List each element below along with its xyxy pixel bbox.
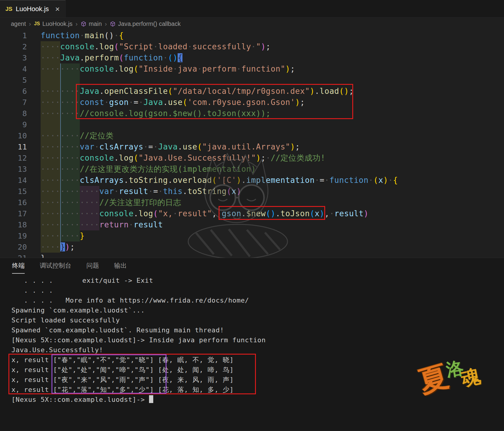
line-number[interactable]: 3 <box>0 52 27 63</box>
breadcrumb-label: main <box>89 20 102 27</box>
panel-tab-debug-console[interactable]: 调试控制台 <box>40 258 71 274</box>
breadcrumb-separator: › <box>105 20 107 27</box>
panel-tab-problems[interactable]: 问题 <box>86 258 99 274</box>
code-line[interactable]: 2····console.log("Script·loaded·successf… <box>0 41 504 52</box>
indent-tint <box>60 75 80 86</box>
line-number[interactable]: 20 <box>0 242 27 253</box>
bottom-panel: 终端调试控制台问题输出 . . . . exit/quit -> Exit . … <box>0 258 504 430</box>
line-number[interactable]: 7 <box>0 97 27 108</box>
code-line[interactable]: 9 <box>0 119 504 130</box>
code-line-text: } <box>41 253 504 258</box>
line-number[interactable]: 4 <box>0 63 27 75</box>
tab-luohook[interactable]: JS LuoHook.js × <box>0 0 66 17</box>
code-line-text: ········console.log("Java.Use.Successful… <box>41 152 504 164</box>
breadcrumb-label: Java.perform() callback <box>118 20 181 27</box>
code-line-text: ········const·gson·=·Java.use('com.r0ysu… <box>41 97 504 108</box>
code-line-text: ········clsArrays.toString.overload('[C'… <box>41 175 504 186</box>
code-editor[interactable]: 1function·main()·{2····console.log("Scri… <box>0 30 504 258</box>
panel-tabs: 终端调试控制台问题输出 <box>0 258 504 274</box>
line-number[interactable]: 19 <box>0 230 27 242</box>
code-line-text: ············var·result·=·this.toString(x… <box>41 186 504 197</box>
terminal-output[interactable]: . . . . exit/quit -> Exit . . . . . . . … <box>0 274 504 405</box>
code-line[interactable]: 7········const·gson·=·Java.use('com.r0ys… <box>0 97 504 108</box>
code-lines: 1function·main()·{2····console.log("Scri… <box>0 30 504 258</box>
code-line-text: ········var·clsArrays·=·Java.use("java.u… <box>41 141 504 152</box>
js-file-icon: JS <box>34 21 40 26</box>
line-number[interactable]: 15 <box>0 186 27 197</box>
terminal-line: . . . . <box>11 285 504 295</box>
terminal-line: . . . . exit/quit -> Exit <box>11 276 504 285</box>
terminal-line: [Nexus 5X::com.example.luodst]-> Inside … <box>11 335 504 345</box>
code-line-text: ········//在这里更改类方法的实现(implementation) <box>41 164 504 175</box>
code-line[interactable]: 14········clsArrays.toString.overload('[… <box>0 175 504 186</box>
code-line[interactable]: 5 <box>0 75 504 86</box>
line-number[interactable]: 2 <box>0 41 27 52</box>
terminal-line: Java.Use.Successfully! <box>11 345 504 355</box>
code-line[interactable]: 18············return·result <box>0 219 504 230</box>
code-line[interactable]: 17············console.log("x,·result",·g… <box>0 208 504 219</box>
code-line[interactable]: 10········//定位类 <box>0 130 504 141</box>
indent-tint <box>60 119 80 130</box>
line-number[interactable]: 12 <box>0 152 27 164</box>
terminal-line: x, result ["花","落","知","多","少"] [花, 落, 知… <box>11 385 504 395</box>
line-number[interactable]: 9 <box>0 119 27 130</box>
terminal-line: . . . . More info at https://www.frida.r… <box>11 295 504 305</box>
terminal-line: Spawning `com.example.luodst`... <box>11 305 504 315</box>
breadcrumb-label: LuoHook.js <box>42 20 73 27</box>
code-line-text: ········console.log("Inside·java·perform… <box>41 63 504 75</box>
line-number[interactable]: 14 <box>0 175 27 186</box>
code-line-text: ····Java.perform(function·(){ <box>41 52 504 63</box>
code-line[interactable]: 20····}); <box>0 242 504 253</box>
code-line[interactable]: 4········console.log("Inside·java·perfor… <box>0 63 504 75</box>
line-number[interactable]: 21 <box>0 253 27 258</box>
code-line-text: ············return·result <box>41 219 504 230</box>
code-line[interactable]: 15············var·result·=·this.toString… <box>0 186 504 197</box>
terminal-cursor <box>149 395 153 403</box>
terminal-prompt-line: [Nexus 5X::com.example.luodst]-> <box>11 395 504 405</box>
line-number[interactable]: 10 <box>0 130 27 141</box>
breadcrumb-separator: › <box>29 20 31 27</box>
code-line[interactable]: 8········//console.log(gson.$new().toJso… <box>0 108 504 119</box>
breadcrumb: agent›JSLuoHook.js›main›Java.perform() c… <box>0 17 504 30</box>
line-number[interactable]: 8 <box>0 108 27 119</box>
code-line[interactable]: 19········} <box>0 230 504 242</box>
line-number[interactable]: 11 <box>0 141 27 152</box>
indent-tint <box>41 119 60 130</box>
breadcrumb-item-1[interactable]: JSLuoHook.js <box>34 20 73 27</box>
breadcrumb-item-2[interactable]: main <box>81 20 102 27</box>
code-line[interactable]: 1function·main()·{ <box>0 30 504 41</box>
code-line[interactable]: 12········console.log("Java.Use.Successf… <box>0 152 504 164</box>
line-number[interactable]: 5 <box>0 75 27 86</box>
line-number[interactable]: 6 <box>0 86 27 97</box>
tab-title: LuoHook.js <box>16 5 49 13</box>
breadcrumb-item-0[interactable]: agent <box>11 20 26 27</box>
breadcrumb-separator: › <box>76 20 78 27</box>
line-number[interactable]: 17 <box>0 208 27 219</box>
code-line-text: ········//定位类 <box>41 130 504 141</box>
terminal-line: x, result ["夜","来","风","雨","声"] [夜, 来, 风… <box>11 375 504 385</box>
code-line-text: ········Java.openClassFile("/data/local/… <box>41 86 504 97</box>
breadcrumb-item-3[interactable]: Java.perform() callback <box>110 20 181 27</box>
indent-tint <box>41 75 60 86</box>
editor-tab-bar: JS LuoHook.js × <box>0 0 504 17</box>
js-file-icon: JS <box>5 6 12 12</box>
line-number[interactable]: 18 <box>0 219 27 230</box>
code-line[interactable]: 6········Java.openClassFile("/data/local… <box>0 86 504 97</box>
code-line[interactable]: 21} <box>0 253 504 258</box>
code-line[interactable]: 13········//在这里更改类方法的实现(implementation) <box>0 164 504 175</box>
code-line-text: ····console.log("Script·loaded·successfu… <box>41 41 504 52</box>
active-indent-guide <box>60 63 61 245</box>
code-line-text: ············//关注这里打印的日志 <box>41 197 504 208</box>
tab-close-icon[interactable]: × <box>55 5 60 13</box>
panel-tab-output[interactable]: 输出 <box>114 258 127 274</box>
code-line[interactable]: 3····Java.perform(function·(){ <box>0 52 504 63</box>
code-line[interactable]: 11········var·clsArrays·=·Java.use("java… <box>0 141 504 152</box>
code-line-text <box>41 119 504 130</box>
code-line-text <box>41 75 504 86</box>
symbol-icon <box>110 21 116 27</box>
line-number[interactable]: 13 <box>0 164 27 175</box>
panel-tab-terminal[interactable]: 终端 <box>12 258 25 274</box>
code-line[interactable]: 16············//关注这里打印的日志 <box>0 197 504 208</box>
line-number[interactable]: 16 <box>0 197 27 208</box>
line-number[interactable]: 1 <box>0 30 27 41</box>
